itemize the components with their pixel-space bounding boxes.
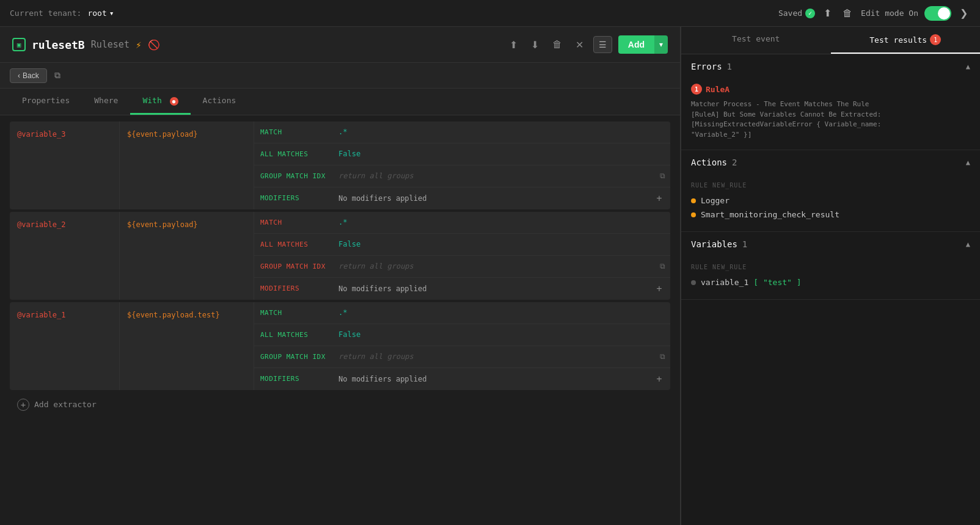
trash-btn[interactable]: 🗑 (549, 37, 566, 52)
actions-section: Actions 2 ▲ RULE NEW_RULE Logger Smart_m… (681, 150, 980, 232)
all-matches-label-3: ALL MATCHES (254, 150, 334, 158)
group-match-copy-btn-3[interactable]: ⧉ (655, 169, 670, 183)
tenant-name: root ▾ (87, 9, 114, 18)
group-match-row-2: GROUP MATCH IDX return all groups ⧉ (254, 256, 670, 278)
all-matches-label-2: ALL MATCHES (254, 241, 334, 248)
all-matches-value-3: False (334, 150, 670, 158)
variable-3-cell: @variable_3 (10, 121, 120, 209)
modifiers-label-1: MODIFIERS (254, 375, 334, 383)
error-rule-name: 1 RuleA (691, 84, 970, 95)
delete-icon-btn[interactable]: 🗑 (840, 5, 855, 21)
all-matches-row-2: ALL MATCHES False (254, 234, 670, 256)
tab-test-event[interactable]: Test event (681, 27, 831, 54)
expand-icon-btn[interactable]: ❯ (957, 5, 970, 21)
variable-dot-icon (691, 280, 696, 285)
group-match-value-2: return all groups (334, 262, 655, 270)
upload-icon-btn[interactable]: ⬆ (821, 5, 834, 21)
edit-mode-toggle[interactable] (924, 6, 951, 21)
tenant-label: Current tenant: (10, 9, 81, 18)
modifiers-add-btn-1[interactable]: + (648, 371, 670, 387)
modifiers-label-2: MODIFIERS (254, 284, 334, 292)
config-3-cell: MATCH .* ALL MATCHES False GROUP MATCH I… (254, 121, 670, 209)
actions-count: 2 (732, 158, 737, 167)
config-2-cell: MATCH .* ALL MATCHES False GROUP MATCH I… (254, 212, 670, 300)
block-icon: 🚫 (148, 39, 160, 51)
errors-section-header[interactable]: Errors 1 ▲ (681, 54, 980, 79)
add-btn-group: Add ▾ (618, 35, 668, 54)
tab-with[interactable]: With ● (130, 89, 190, 115)
extractor-row: @variable_3 ${event.payload} MATCH .* AL… (10, 121, 670, 209)
match-label-1: MATCH (254, 309, 334, 317)
match-label-2: MATCH (254, 219, 334, 226)
modifiers-label-3: MODIFIERS (254, 194, 334, 202)
actions-section-header[interactable]: Actions 2 ▲ (681, 150, 980, 175)
close-btn[interactable]: ✕ (572, 37, 587, 53)
actions-section-title: Actions 2 (691, 158, 737, 167)
source-3-cell: ${event.payload} (120, 121, 254, 209)
actions-section-body: RULE NEW_RULE Logger Smart_monitoring_ch… (681, 175, 980, 231)
match-label-3: MATCH (254, 128, 334, 136)
right-panel: Test event Test results 1 Errors 1 ▲ 1 (681, 27, 980, 525)
modifiers-value-2: No modifiers applied (334, 284, 648, 293)
modifiers-add-btn-2[interactable]: + (648, 281, 670, 297)
upload-btn[interactable]: ⬆ (506, 37, 521, 53)
group-match-row-3: GROUP MATCH IDX return all groups ⧉ (254, 165, 670, 187)
back-button[interactable]: ‹ Back (10, 68, 47, 83)
action-dot-icon-2 (691, 212, 696, 217)
config-1-cell: MATCH .* ALL MATCHES False GROUP MATCH I… (254, 302, 670, 390)
download-btn[interactable]: ⬇ (527, 37, 543, 53)
errors-chevron-icon: ▲ (966, 62, 970, 71)
match-row-2: MATCH .* (254, 212, 670, 234)
modifiers-row-2: MODIFIERS No modifiers applied + (254, 278, 670, 300)
group-match-label-2: GROUP MATCH IDX (254, 262, 334, 270)
add-dropdown-btn[interactable]: ▾ (654, 35, 668, 54)
error-count-badge: 1 (930, 34, 941, 45)
edit-mode-label: Edit mode On (861, 9, 918, 18)
group-match-copy-btn-2[interactable]: ⧉ (655, 259, 670, 273)
match-value-2: .* (334, 218, 670, 226)
group-match-row-1: GROUP MATCH IDX return all groups ⧉ (254, 346, 670, 368)
variables-section-title: Variables 1 (691, 239, 747, 249)
back-arrow-icon: ‹ (18, 71, 20, 80)
tab-actions[interactable]: Actions (191, 89, 249, 114)
variables-chevron-icon: ▲ (966, 240, 970, 248)
match-row-3: MATCH .* (254, 121, 670, 143)
source-2-cell: ${event.payload} (120, 212, 254, 300)
add-extractor-plus-icon: + (17, 399, 29, 411)
variables-rule-label: RULE NEW_RULE (691, 264, 970, 270)
add-extractor-row[interactable]: + Add extractor (10, 393, 670, 417)
variables-count: 1 (742, 239, 747, 249)
main-layout: ▣ rulesetB Ruleset ⚡ 🚫 ⬆ ⬇ 🗑 ✕ ☰ Add ▾ ‹… (0, 27, 980, 525)
variables-section-header[interactable]: Variables 1 ▲ (681, 232, 980, 256)
list-view-btn[interactable]: ☰ (593, 36, 612, 53)
variables-section: Variables 1 ▲ RULE NEW_RULE variable_1 [… (681, 232, 980, 300)
tabs-bar: Properties Where With ● Actions (0, 89, 680, 115)
modifiers-value-1: No modifiers applied (334, 375, 648, 383)
right-tabs: Test event Test results 1 (681, 27, 980, 54)
tab-properties[interactable]: Properties (10, 89, 82, 114)
variable-1-cell: @variable_1 (10, 302, 120, 390)
variable-2-cell: @variable_2 (10, 212, 120, 300)
errors-section-body: 1 RuleA Matcher Process - The Event Matc… (681, 79, 980, 150)
modifiers-value-3: No modifiers applied (334, 194, 648, 203)
modifiers-row-1: MODIFIERS No modifiers applied + (254, 368, 670, 390)
copy-icon-btn[interactable]: ⧉ (52, 68, 63, 83)
action-item-logger: Logger (691, 194, 970, 208)
saved-dot: ✓ (805, 9, 815, 18)
error-message: Matcher Process - The Event Matches The … (691, 100, 970, 140)
group-match-copy-btn-1[interactable]: ⧉ (655, 350, 670, 363)
all-matches-value-1: False (334, 330, 670, 339)
tenant-dropdown-icon[interactable]: ▾ (109, 9, 114, 18)
actions-rule-label: RULE NEW_RULE (691, 182, 970, 189)
errors-section: Errors 1 ▲ 1 RuleA Matcher Process - The… (681, 54, 980, 150)
extractor-row-3: @variable_1 ${event.payload.test} MATCH … (10, 302, 670, 390)
source-1-cell: ${event.payload.test} (120, 302, 254, 390)
tab-test-results[interactable]: Test results 1 (831, 27, 981, 54)
all-matches-row-1: ALL MATCHES False (254, 324, 670, 346)
actions-chevron-icon: ▲ (966, 158, 970, 167)
tab-where[interactable]: Where (82, 89, 130, 114)
modifiers-add-btn-3[interactable]: + (648, 190, 670, 206)
all-matches-value-2: False (334, 240, 670, 248)
add-extractor-label: Add extractor (34, 400, 97, 409)
add-button[interactable]: Add (618, 35, 654, 54)
